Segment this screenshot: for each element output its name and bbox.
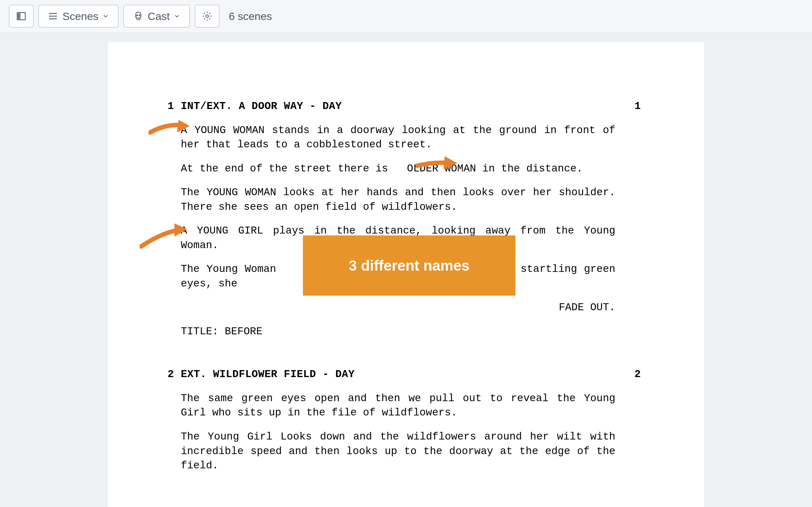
svg-point-11	[206, 15, 209, 18]
scenes-dropdown-label: Scenes	[62, 10, 98, 22]
action-paragraph[interactable]: A YOUNG WOMAN stands in a doorway lookin…	[181, 123, 615, 152]
action-paragraph[interactable]: The same green eyes open and then we pul…	[181, 391, 615, 420]
list-icon	[48, 11, 59, 21]
toolbar: Scenes Cast 6 scenes	[0, 0, 812, 33]
svg-point-8	[49, 19, 50, 19]
scene-number-left: 2	[146, 367, 181, 382]
cast-icon	[133, 11, 144, 21]
svg-point-9	[137, 15, 138, 16]
gear-icon	[202, 11, 212, 21]
scene-heading[interactable]: EXT. WILDFLOWER FIELD - DAY	[181, 367, 615, 382]
script-page: 1 INT/EXT. A DOOR WAY - DAY 1 A YOUNG WO…	[108, 42, 704, 507]
transition[interactable]: FADE OUT.	[181, 300, 615, 315]
scene-number-left: 1	[146, 99, 181, 114]
sidebar-toggle-button[interactable]	[9, 5, 34, 27]
scene-block: 2 EXT. WILDFLOWER FIELD - DAY 2 The same…	[146, 367, 641, 473]
scene-block: 1 INT/EXT. A DOOR WAY - DAY 1 A YOUNG WO…	[146, 99, 641, 339]
svg-rect-2	[18, 13, 19, 19]
title-line[interactable]: TITLE: BEFORE	[181, 325, 615, 339]
scene-number-right: 2	[615, 367, 641, 382]
settings-button[interactable]	[195, 5, 219, 27]
action-paragraph[interactable]: The YOUNG WOMAN looks at her hands and t…	[181, 185, 615, 214]
cast-dropdown-label: Cast	[148, 10, 170, 22]
annotation-callout: 3 different names	[303, 235, 515, 296]
svg-point-7	[49, 16, 50, 16]
svg-point-10	[139, 15, 140, 16]
svg-point-6	[49, 13, 50, 14]
scene-count-label: 6 scenes	[229, 10, 272, 22]
scene-heading[interactable]: INT/EXT. A DOOR WAY - DAY	[181, 99, 615, 114]
chevron-down-icon	[102, 13, 109, 20]
scene-heading-row: 1 INT/EXT. A DOOR WAY - DAY 1	[146, 99, 641, 114]
action-paragraph[interactable]: At the end of the street there is OLDER …	[181, 162, 615, 176]
annotation-callout-text: 3 different names	[349, 257, 470, 274]
scenes-dropdown-button[interactable]: Scenes	[38, 5, 119, 27]
chevron-down-icon	[173, 13, 181, 20]
cast-dropdown-button[interactable]: Cast	[123, 5, 190, 27]
action-paragraph[interactable]: The Young Girl Looks down and the wildfl…	[181, 430, 615, 473]
scene-number-right: 1	[615, 99, 641, 114]
sidebar-icon	[16, 11, 27, 21]
scene-heading-row: 2 EXT. WILDFLOWER FIELD - DAY 2	[146, 367, 641, 382]
